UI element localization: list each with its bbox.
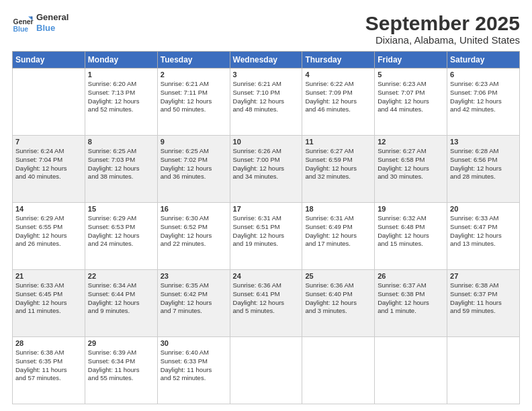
logo-icon: General Blue [12,12,34,34]
cell-info: Sunrise: 6:20 AM Sunset: 7:13 PM Dayligh… [88,80,154,114]
table-row: 3Sunrise: 6:21 AM Sunset: 7:10 PM Daylig… [230,68,302,136]
table-row [302,337,375,404]
table-row: 17Sunrise: 6:31 AM Sunset: 6:51 PM Dayli… [230,203,302,270]
table-row: 12Sunrise: 6:27 AM Sunset: 6:58 PM Dayli… [375,136,447,203]
day-number: 20 [450,205,517,213]
day-number: 24 [233,272,300,280]
table-row: 6Sunrise: 6:23 AM Sunset: 7:06 PM Daylig… [447,68,520,136]
title-block: September 2025 Dixiana, Alabama, United … [365,12,520,46]
table-row: 15Sunrise: 6:29 AM Sunset: 6:53 PM Dayli… [85,203,157,270]
col-saturday: Saturday [447,52,520,68]
table-row: 1Sunrise: 6:20 AM Sunset: 7:13 PM Daylig… [85,68,157,136]
day-number: 21 [15,272,82,280]
table-row: 19Sunrise: 6:32 AM Sunset: 6:48 PM Dayli… [375,203,447,270]
day-number: 10 [233,138,300,146]
table-row [375,337,447,404]
day-number: 27 [450,272,517,280]
cell-info: Sunrise: 6:26 AM Sunset: 7:00 PM Dayligh… [233,147,300,181]
logo-line1: General [36,12,69,23]
cell-info: Sunrise: 6:29 AM Sunset: 6:55 PM Dayligh… [15,214,82,248]
cell-info: Sunrise: 6:23 AM Sunset: 7:07 PM Dayligh… [378,80,444,114]
cell-info: Sunrise: 6:32 AM Sunset: 6:48 PM Dayligh… [378,214,444,248]
table-row [13,68,85,136]
table-row: 29Sunrise: 6:39 AM Sunset: 6:34 PM Dayli… [85,337,157,404]
day-number: 4 [305,71,371,79]
day-number: 13 [450,138,517,146]
table-row: 11Sunrise: 6:27 AM Sunset: 6:59 PM Dayli… [302,136,375,203]
calendar-subtitle: Dixiana, Alabama, United States [365,34,520,46]
table-row: 23Sunrise: 6:35 AM Sunset: 6:42 PM Dayli… [157,270,230,337]
logo-line2: Blue [36,23,69,34]
cell-info: Sunrise: 6:25 AM Sunset: 7:03 PM Dayligh… [88,147,154,181]
svg-text:General: General [13,18,34,26]
table-row [230,337,302,404]
cell-info: Sunrise: 6:31 AM Sunset: 6:51 PM Dayligh… [233,214,300,248]
cell-info: Sunrise: 6:33 AM Sunset: 6:47 PM Dayligh… [450,214,517,248]
day-number: 15 [88,205,154,213]
cell-info: Sunrise: 6:25 AM Sunset: 7:02 PM Dayligh… [161,147,227,181]
cell-info: Sunrise: 6:35 AM Sunset: 6:42 PM Dayligh… [161,281,227,316]
calendar-week-row: 14Sunrise: 6:29 AM Sunset: 6:55 PM Dayli… [13,203,520,270]
cell-info: Sunrise: 6:21 AM Sunset: 7:10 PM Dayligh… [233,80,300,114]
logo: General Blue General Blue [12,12,69,34]
table-row: 24Sunrise: 6:36 AM Sunset: 6:41 PM Dayli… [230,270,302,337]
col-monday: Monday [85,52,157,68]
col-tuesday: Tuesday [157,52,230,68]
table-row: 28Sunrise: 6:38 AM Sunset: 6:35 PM Dayli… [13,337,85,404]
calendar-week-row: 28Sunrise: 6:38 AM Sunset: 6:35 PM Dayli… [13,337,520,404]
day-number: 1 [88,71,154,79]
cell-info: Sunrise: 6:21 AM Sunset: 7:11 PM Dayligh… [161,80,227,114]
day-number: 18 [305,205,371,213]
table-row: 2Sunrise: 6:21 AM Sunset: 7:11 PM Daylig… [157,68,230,136]
col-sunday: Sunday [13,52,85,68]
day-number: 16 [161,205,227,213]
table-row: 26Sunrise: 6:37 AM Sunset: 6:38 PM Dayli… [375,270,447,337]
table-row: 25Sunrise: 6:36 AM Sunset: 6:40 PM Dayli… [302,270,375,337]
cell-info: Sunrise: 6:38 AM Sunset: 6:35 PM Dayligh… [15,349,82,383]
table-row: 30Sunrise: 6:40 AM Sunset: 6:33 PM Dayli… [157,337,230,404]
cell-info: Sunrise: 6:29 AM Sunset: 6:53 PM Dayligh… [88,214,154,248]
day-number: 23 [161,272,227,280]
table-row [447,337,520,404]
day-number: 8 [88,138,154,146]
cell-info: Sunrise: 6:36 AM Sunset: 6:41 PM Dayligh… [233,281,300,316]
cell-info: Sunrise: 6:40 AM Sunset: 6:33 PM Dayligh… [161,349,227,383]
page-header: General Blue General Blue September 2025… [12,12,520,46]
calendar-title: September 2025 [365,12,520,34]
day-number: 6 [450,71,517,79]
table-row: 7Sunrise: 6:24 AM Sunset: 7:04 PM Daylig… [13,136,85,203]
table-row: 22Sunrise: 6:34 AM Sunset: 6:44 PM Dayli… [85,270,157,337]
table-row: 21Sunrise: 6:33 AM Sunset: 6:45 PM Dayli… [13,270,85,337]
cell-info: Sunrise: 6:27 AM Sunset: 6:59 PM Dayligh… [305,147,371,181]
day-number: 22 [88,272,154,280]
day-number: 17 [233,205,300,213]
cell-info: Sunrise: 6:27 AM Sunset: 6:58 PM Dayligh… [378,147,444,181]
calendar-week-row: 21Sunrise: 6:33 AM Sunset: 6:45 PM Dayli… [13,270,520,337]
day-number: 5 [378,71,444,79]
day-number: 25 [305,272,371,280]
day-number: 3 [233,71,300,79]
day-number: 7 [15,138,82,146]
cell-info: Sunrise: 6:23 AM Sunset: 7:06 PM Dayligh… [450,80,517,114]
day-number: 9 [161,138,227,146]
day-number: 30 [161,339,227,347]
cell-info: Sunrise: 6:30 AM Sunset: 6:52 PM Dayligh… [161,214,227,248]
cell-info: Sunrise: 6:36 AM Sunset: 6:40 PM Dayligh… [305,281,371,316]
cell-info: Sunrise: 6:22 AM Sunset: 7:09 PM Dayligh… [305,80,371,114]
table-row: 8Sunrise: 6:25 AM Sunset: 7:03 PM Daylig… [85,136,157,203]
cell-info: Sunrise: 6:37 AM Sunset: 6:38 PM Dayligh… [378,281,444,316]
col-friday: Friday [375,52,447,68]
day-number: 11 [305,138,371,146]
cell-info: Sunrise: 6:28 AM Sunset: 6:56 PM Dayligh… [450,147,517,181]
table-row: 13Sunrise: 6:28 AM Sunset: 6:56 PM Dayli… [447,136,520,203]
table-row: 16Sunrise: 6:30 AM Sunset: 6:52 PM Dayli… [157,203,230,270]
day-number: 12 [378,138,444,146]
calendar-table: Sunday Monday Tuesday Wednesday Thursday… [12,51,520,404]
day-number: 26 [378,272,444,280]
cell-info: Sunrise: 6:38 AM Sunset: 6:37 PM Dayligh… [450,281,517,316]
calendar-week-row: 7Sunrise: 6:24 AM Sunset: 7:04 PM Daylig… [13,136,520,203]
table-row: 4Sunrise: 6:22 AM Sunset: 7:09 PM Daylig… [302,68,375,136]
logo-text: General Blue [36,12,69,33]
calendar-week-row: 1Sunrise: 6:20 AM Sunset: 7:13 PM Daylig… [13,68,520,136]
table-row: 10Sunrise: 6:26 AM Sunset: 7:00 PM Dayli… [230,136,302,203]
